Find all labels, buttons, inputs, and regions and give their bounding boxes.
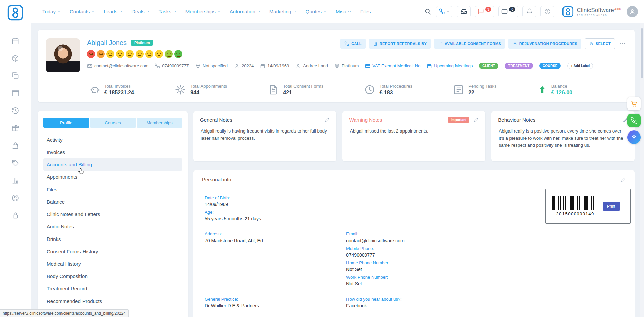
- nav-label: Automation: [230, 9, 255, 14]
- nav-label: Misc: [336, 9, 346, 14]
- sidebar-item-balance[interactable]: Balance: [43, 196, 182, 208]
- archive-box-icon[interactable]: [11, 89, 19, 97]
- mood-neutral-icon[interactable]: [126, 50, 134, 58]
- nav-item-tasks[interactable]: Tasks: [158, 9, 176, 14]
- search-icon[interactable]: [424, 8, 431, 15]
- chat-button[interactable]: 3: [475, 6, 494, 17]
- sidebar-item-medical-history[interactable]: Medical History: [43, 258, 182, 270]
- notifications-button[interactable]: [522, 6, 536, 17]
- clinicsoftware-logo-mark[interactable]: [7, 4, 24, 21]
- bar-chart-icon[interactable]: [11, 176, 19, 184]
- dialer-button[interactable]: [436, 6, 452, 17]
- support-person-icon[interactable]: [11, 194, 19, 202]
- nav-item-files[interactable]: Files: [360, 9, 371, 14]
- mood-angry-icon[interactable]: [87, 50, 95, 58]
- rejuvenation-procedures-button[interactable]: REJUVENATION PROCEDURES: [508, 39, 581, 49]
- label-client[interactable]: CLIENT: [479, 63, 498, 69]
- edit-pencil-icon[interactable]: [621, 177, 626, 182]
- tab-profile[interactable]: Profile: [43, 118, 89, 128]
- appointments-burst-icon: [175, 84, 186, 95]
- print-button[interactable]: Print: [603, 202, 620, 211]
- vat-status-link[interactable]: VAT Exempt Medical: No: [365, 63, 420, 69]
- mood-neutral-icon[interactable]: [116, 50, 124, 58]
- edit-pencil-icon[interactable]: [473, 117, 479, 123]
- payments-count-badge: 0: [509, 7, 515, 12]
- ai-assistant-button[interactable]: [627, 130, 641, 144]
- person-icon: [629, 8, 636, 15]
- mood-neutral-icon[interactable]: [106, 50, 114, 58]
- sidebar-item-appointments[interactable]: Appointments: [43, 171, 182, 183]
- sidebar-item-recommended-products[interactable]: Recommended Products: [43, 295, 182, 307]
- credit-card-icon: [365, 63, 370, 69]
- nav-item-deals[interactable]: Deals: [131, 9, 149, 14]
- calendar-icon[interactable]: [11, 37, 19, 45]
- ai-sparkle-icon: [630, 134, 638, 141]
- sidebar-item-drinks[interactable]: Drinks: [43, 233, 182, 245]
- sidebar-item-files[interactable]: Files: [43, 183, 182, 196]
- nav-item-misc[interactable]: Misc: [336, 9, 351, 14]
- payments-button[interactable]: 0: [498, 6, 518, 17]
- sidebar-item-consent-forms-history[interactable]: Consent Forms History: [43, 245, 182, 258]
- cube-icon[interactable]: [11, 54, 19, 62]
- mood-neutral-icon[interactable]: [136, 50, 144, 58]
- sidebar-item-body-composition[interactable]: Body Composition: [43, 270, 182, 282]
- sidebar-item-activity[interactable]: Activity: [43, 134, 182, 146]
- client-phone[interactable]: 07490009777: [155, 63, 189, 69]
- add-label-button[interactable]: + Add Label: [567, 63, 593, 69]
- cart-button[interactable]: [627, 97, 641, 110]
- edit-pencil-icon[interactable]: [324, 117, 330, 123]
- general-notes-card: General Notes Abigail really is having f…: [193, 111, 336, 161]
- whatsapp-button[interactable]: [627, 114, 641, 127]
- mood-sad-icon[interactable]: [97, 50, 105, 58]
- vertical-scrollbar[interactable]: [640, 23, 644, 317]
- pencil-icon: [438, 41, 443, 46]
- label-course[interactable]: COURSE: [539, 63, 561, 69]
- report-referrals-button[interactable]: REPORT REFERRALS BY: [369, 39, 431, 49]
- nav-item-marketing[interactable]: Marketing: [269, 9, 297, 14]
- nav-item-quotes[interactable]: Quotes: [306, 9, 327, 14]
- sidebar-item-accounts-and-billing[interactable]: Accounts and Billing: [43, 158, 182, 171]
- lock-icon[interactable]: [11, 211, 19, 219]
- copy-pages-icon[interactable]: [11, 72, 19, 80]
- sidebar-item-clinic-notes-and-letters[interactable]: Clinic Notes and Letters: [43, 208, 182, 220]
- gift-icon[interactable]: [11, 124, 19, 132]
- more-options-icon[interactable]: [619, 40, 626, 47]
- nav-label: Deals: [131, 9, 144, 14]
- nav-label: Leads: [104, 9, 117, 14]
- top-actions: 3 0 ClinicSoftware.com TEN STEPS AHEAD: [424, 6, 638, 18]
- upcoming-meetings-link[interactable]: Upcoming Meetings: [427, 63, 473, 69]
- client-side-panel: Profile Courses Memberships Activity Inv…: [38, 111, 188, 317]
- label-treatment[interactable]: TREATMENT: [505, 63, 533, 69]
- user-avatar[interactable]: [627, 6, 638, 17]
- chevron-down-icon: [146, 10, 149, 13]
- nav-item-contacts[interactable]: Contacts: [70, 9, 95, 14]
- field-address: Address: 70 Maidstone Road, Abl, Ert: [205, 231, 346, 244]
- sidebar-item-invoices[interactable]: Invoices: [43, 146, 182, 158]
- scrollbar-thumb[interactable]: [641, 28, 643, 78]
- mood-very-happy-icon[interactable]: [174, 50, 182, 58]
- nav-item-today[interactable]: Today: [42, 9, 61, 14]
- chevron-down-icon: [348, 10, 351, 13]
- tab-memberships[interactable]: Memberships: [137, 118, 182, 128]
- call-button[interactable]: CALL: [340, 39, 366, 49]
- client-email[interactable]: contact@clinicsoftware.com: [87, 63, 148, 69]
- tab-courses[interactable]: Courses: [90, 118, 136, 128]
- mood-neutral-icon[interactable]: [145, 50, 153, 58]
- nav-item-automation[interactable]: Automation: [230, 9, 260, 14]
- help-button[interactable]: [540, 6, 554, 17]
- select-button[interactable]: SELECT: [585, 38, 615, 49]
- inbox-button[interactable]: [457, 6, 471, 17]
- shopping-bag-icon[interactable]: [11, 142, 19, 150]
- panel-menu: Activity Invoices Accounts and Billing A…: [43, 134, 182, 307]
- mood-happy-icon[interactable]: [165, 50, 173, 58]
- nav-item-leads[interactable]: Leads: [104, 9, 122, 14]
- mood-neutral-icon[interactable]: [155, 50, 163, 58]
- history-clock-icon[interactable]: [11, 107, 19, 115]
- brand-logo[interactable]: ClinicSoftware.com TEN STEPS AHEAD: [562, 6, 621, 18]
- sidebar-item-treatment-record[interactable]: Treatment Record: [43, 282, 182, 295]
- tag-icon[interactable]: [11, 159, 19, 167]
- sidebar-item-audio-notes[interactable]: Audio Notes: [43, 220, 182, 233]
- nav-item-memberships[interactable]: Memberships: [185, 9, 221, 14]
- available-consent-forms-button[interactable]: AVAILABLE CONSENT FORMS: [434, 39, 505, 49]
- client-photo[interactable]: [46, 38, 80, 72]
